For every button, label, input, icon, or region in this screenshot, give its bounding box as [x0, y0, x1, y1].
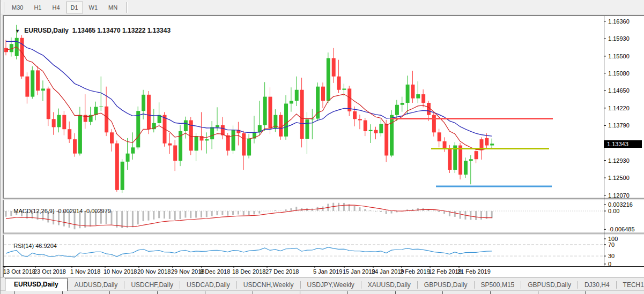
timeframe-d1[interactable]: D1 [66, 2, 83, 13]
tab-usdchf-daily[interactable]: USDCHF,Daily [124, 279, 180, 291]
ohlc-readout: 1.13465 1.13470 1.13222 1.13343 [72, 27, 171, 34]
date-axis-label: 13 Oct 2018 [3, 268, 35, 275]
macd-axis-label: -0.006485 [608, 226, 635, 232]
scroll-tick [253, 291, 253, 294]
scroll-tick [300, 291, 300, 294]
tab-sp500-m15[interactable]: SP500,M15 [475, 279, 521, 291]
chart-tab-bar: EURUSD,DailyAUDUSD,DailyUSDCHF,DailyUSDC… [1, 277, 644, 291]
date-axis-label: 15 Jan 2019 [343, 268, 375, 275]
date-axis-label: 24 Jan 2019 [372, 268, 404, 275]
price-axis-label: 1.12500 [608, 175, 630, 181]
scroll-tick [347, 291, 348, 294]
scroll-tick [205, 291, 205, 294]
price-axis-label: 1.15080 [608, 70, 630, 77]
current-price-badge: 1.13343 [604, 140, 642, 148]
date-axis-label: 12 Feb 2019 [428, 268, 462, 275]
scroll-tick [395, 291, 396, 294]
price-axis-label: 1.15930 [608, 35, 630, 42]
rsi-axis-label: 30 [608, 253, 615, 259]
trading-terminal: M30H1H4D1W1MN ▼EURUSD,Daily 1.13465 1.13… [0, 0, 644, 294]
price-axis-label: 1.12070 [608, 192, 630, 199]
macd-axis-label: 0.00 [608, 208, 619, 214]
tab-audusd-daily[interactable]: AUDUSD,Daily [68, 279, 124, 291]
macd-axis-label: 0.003216 [608, 201, 633, 208]
tab-usdcnh-weekly[interactable]: USDCNH,Weekly [237, 279, 300, 291]
tab-gbpusd-daily[interactable]: GBPUSD,Daily [418, 279, 474, 291]
macd-signal-value: -0.002979 [84, 208, 111, 214]
tab-usdcad-daily[interactable]: USDCAD,Daily [180, 279, 236, 291]
scroll-tick [538, 291, 538, 294]
rsi-axis-label: 70 [608, 242, 615, 248]
date-axis-label: 5 Jan 2019 [313, 268, 342, 275]
symbol-name: EURUSD,Daily [24, 27, 69, 34]
scroll-tick [490, 291, 491, 294]
price-axis-label: 1.16360 [608, 18, 630, 25]
tab-eurusd-daily[interactable]: EURUSD,Daily [5, 278, 68, 291]
price-axis-label: 1.14220 [608, 105, 630, 111]
rsi-value: 46.9204 [35, 243, 57, 249]
scroll-tick [157, 291, 158, 294]
scroll-tick [62, 291, 63, 294]
tab-dj30-h4[interactable]: DJ30,H4 [578, 279, 616, 291]
date-axis-label: 21 Feb 2019 [457, 268, 491, 275]
scroll-tick [442, 291, 443, 294]
price-axis-label: 1.13790 [608, 122, 630, 129]
macd-value: -0.002014 [56, 208, 83, 214]
scroll-tick [14, 291, 15, 294]
date-axis-label: 8 Dec 2018 [200, 268, 230, 275]
date-axis-label: 27 Dec 2018 [265, 268, 299, 275]
toolbar-grip[interactable] [2, 2, 4, 13]
date-axis-label: 2 Feb 2019 [400, 268, 430, 275]
chart-title: ▼EURUSD,Daily 1.13465 1.13470 1.13222 1.… [8, 19, 171, 42]
date-axis-label: 10 Nov 2018 [103, 268, 137, 275]
timeframe-mn[interactable]: MN [103, 2, 122, 13]
toolbar-separator [126, 2, 128, 13]
date-axis-label: 18 Dec 2018 [232, 268, 265, 275]
scroll-tick [585, 291, 586, 294]
symbol-dropdown-icon[interactable]: ▼ [15, 28, 20, 34]
timeframe-w1[interactable]: W1 [84, 2, 103, 13]
date-axis-label: 23 Oct 2018 [34, 268, 66, 275]
macd-label: MACD(12,26,9) -0.002014 -0.002979 [7, 201, 111, 221]
date-axis-label: 20 Nov 2018 [137, 268, 171, 275]
price-axis-label: 1.12930 [608, 157, 630, 164]
tab-tech1[interactable]: TECH1 [617, 279, 644, 291]
date-axis-label: 1 Nov 2018 [70, 268, 100, 275]
tab-gbpusd-daily-2[interactable]: GBPUSD,Daily [521, 279, 578, 291]
bottom-strip [1, 290, 644, 294]
tab-xauusd-daily[interactable]: XAUUSD,Daily [361, 279, 417, 291]
timeframe-m30[interactable]: M30 [7, 2, 28, 13]
tab-usdjpy-weekly[interactable]: USDJPY,Weekly [301, 279, 361, 291]
scroll-tick [109, 291, 110, 294]
chart-window[interactable] [3, 15, 644, 277]
price-axis-label: 1.15500 [608, 53, 630, 59]
rsi-axis-label: 0 [608, 261, 611, 267]
price-axis-label: 1.14650 [608, 87, 630, 94]
period-toolbar: M30H1H4D1W1MN [1, 0, 644, 15]
rsi-label: RSI(14) 46.9204 [7, 236, 57, 255]
timeframe-h4[interactable]: H4 [47, 2, 64, 13]
timeframe-h1[interactable]: H1 [29, 2, 46, 13]
